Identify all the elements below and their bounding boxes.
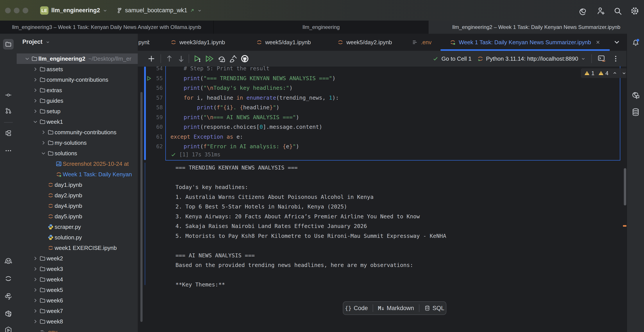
code-line-62[interactable]: 62 print(f"Error in AI analysis: {e}") (138, 142, 618, 152)
editor-scrollbar[interactable] (624, 168, 626, 205)
goto-cell-button[interactable]: Go to Cell 1 (432, 55, 472, 62)
tree-item-guides[interactable]: guides (17, 96, 138, 106)
chevron-right-icon[interactable] (32, 266, 39, 272)
window-zoom-button[interactable] (22, 8, 28, 13)
tree-item-week5[interactable]: week5 (17, 285, 138, 295)
inspections-widget[interactable]: 1 4 (581, 68, 630, 78)
search-everywhere-button[interactable] (613, 6, 622, 16)
tree-item-setup[interactable]: setup (17, 106, 138, 117)
editor-tab-week5-day1[interactable]: week5/day1.ipynb (244, 34, 323, 51)
editor-tab-partial-ipynb[interactable]: ipynb (138, 34, 150, 51)
editor-tab-env[interactable]: .env (406, 34, 437, 51)
tree-item-scraper-py[interactable]: scraper.py (17, 222, 138, 232)
tree-item-solutions[interactable]: solutions (17, 148, 138, 159)
jupyter-tool-button[interactable] (3, 273, 14, 284)
chevron-right-icon[interactable] (32, 318, 39, 325)
more-options-button[interactable] (612, 54, 620, 63)
code-line-58[interactable]: 58 print(f"{i}. {headline}") (138, 103, 618, 113)
ai-assistant-button[interactable] (578, 6, 588, 16)
chevron-right-icon[interactable] (32, 76, 39, 83)
code-line-54[interactable]: 54 # Step 5: Print the result (138, 64, 618, 74)
chevron-right-icon[interactable] (32, 308, 39, 314)
tree-item-community-contributions[interactable]: community-contributions (17, 74, 138, 85)
tree-item-week4[interactable]: week4 (17, 274, 138, 285)
tree-item-day1-ipynb[interactable]: day1.ipynb (17, 179, 138, 190)
window-minimize-button[interactable] (14, 8, 20, 13)
tree-item--env[interactable]: .env (17, 327, 138, 332)
github-button[interactable] (240, 54, 250, 63)
prev-warning-button[interactable] (612, 70, 618, 76)
project-tool-button[interactable] (3, 39, 14, 49)
python-packages-tool-button[interactable] (3, 309, 14, 319)
tree-item-my-solutions[interactable]: my-solutions (17, 138, 138, 148)
tree-item-solution-py[interactable]: solution.py (17, 232, 138, 243)
code-line-56[interactable]: 56 print("\nToday's key headlines:") (138, 83, 618, 93)
huggingface-tool-button[interactable] (3, 256, 14, 267)
chevron-right-icon[interactable] (32, 255, 39, 262)
tree-item-day2-ipynb[interactable]: day2.ipynb (17, 190, 138, 201)
tree-item-day5-ipynb[interactable]: day5.ipynb (17, 211, 138, 222)
structure-tool-button[interactable] (3, 128, 14, 138)
tree-item-day4-ipynb[interactable]: day4.ipynb (17, 201, 138, 211)
add-user-button[interactable] (596, 6, 606, 16)
chevron-right-icon[interactable] (32, 287, 39, 293)
ai-chat-tool-button[interactable] (630, 90, 641, 100)
pull-requests-tool-button[interactable] (3, 106, 14, 116)
project-switcher[interactable]: llm_engineering2 (51, 7, 108, 14)
python-console-tool-button[interactable] (3, 291, 14, 302)
chevron-down-icon[interactable] (24, 55, 31, 62)
jupyter-console-button[interactable] (597, 54, 606, 63)
services-tool-button[interactable] (3, 325, 14, 332)
add-markdown-cell-button[interactable]: M↓ Markdown (378, 305, 414, 312)
chevron-right-icon[interactable] (32, 97, 39, 104)
code-line-55[interactable]: 55 print("=== TRENDING KENYAN NEWS ANALY… (138, 74, 618, 83)
tree-item-week1[interactable]: week1 (17, 117, 138, 127)
database-tool-button[interactable] (630, 107, 641, 117)
hidden-tabs-button[interactable] (612, 37, 622, 47)
next-warning-button[interactable] (621, 70, 627, 76)
chevron-right-icon[interactable] (32, 87, 39, 94)
warning-badge-2[interactable]: 4 (598, 70, 608, 76)
move-cell-down-button[interactable] (176, 54, 186, 63)
tree-item-assets[interactable]: assets (17, 64, 138, 74)
commit-tool-button[interactable] (3, 90, 14, 100)
notifications-button[interactable] (630, 37, 641, 48)
chevron-right-icon[interactable] (32, 66, 39, 72)
tree-item-week-1-task-daily-kenyan[interactable]: Week 1 Task: Daily Kenyan (17, 169, 138, 179)
chevron-down-icon[interactable] (40, 150, 48, 157)
more-tools-button[interactable] (3, 146, 14, 156)
editor-tab-active-notebook[interactable]: Week 1 Task: Daily Kenyan News Summarize… (440, 34, 610, 51)
chevron-right-icon[interactable] (32, 297, 39, 304)
kernel-selector[interactable]: Python 3.11.14: http://localhost:8890 (477, 55, 586, 62)
run-line-gutter-button[interactable] (146, 75, 152, 82)
editor-tab-week5-day2[interactable]: week5/day2.ipynb (325, 34, 404, 51)
chevron-down-icon[interactable] (32, 119, 39, 125)
tree-item-week8[interactable]: week8 (17, 316, 138, 327)
add-sql-cell-button[interactable]: SQL (424, 305, 444, 312)
tree-item-community-contributions[interactable]: community-contributions (17, 127, 138, 138)
code-line-61[interactable]: 61except Exception as e: (138, 132, 618, 142)
code-cell-editor[interactable]: 54 # Step 5: Print the result55 print("=… (138, 64, 618, 152)
settings-button[interactable] (630, 6, 640, 16)
tree-item-week2[interactable]: week2 (17, 253, 138, 264)
window-tab-llm-engineering[interactable]: llm_engineering (214, 20, 428, 34)
code-line-57[interactable]: 57 for i, headline in enumerate(trending… (138, 93, 618, 103)
tree-item-extras[interactable]: extras (17, 85, 138, 96)
project-panel-header[interactable]: Project (22, 38, 50, 45)
window-tab-llm-engineering2-active[interactable]: llm_engineering2 – Week 1 Task: Daily Ke… (428, 20, 644, 34)
add-code-cell-button[interactable]: {} Code (345, 305, 368, 312)
tree-item-week3[interactable]: week3 (17, 264, 138, 274)
warning-badge-1[interactable]: 1 (584, 70, 594, 76)
window-close-button[interactable] (5, 8, 11, 13)
restart-kernel-button[interactable] (217, 54, 226, 63)
close-tab-button[interactable] (595, 39, 601, 45)
tree-item-week6[interactable]: week6 (17, 295, 138, 306)
add-cell-button[interactable] (146, 54, 156, 63)
run-all-button[interactable] (204, 54, 214, 63)
tree-item-screenshot-2025-10-24-at[interactable]: Screenshot 2025-10-24 at (17, 159, 138, 169)
window-tab-llm-engineering3[interactable]: llm_engineering3 – Week 1 Task: Kenyan D… (0, 20, 214, 34)
chevron-right-icon[interactable] (32, 108, 39, 115)
tree-item-week7[interactable]: week7 (17, 306, 138, 316)
move-cell-up-button[interactable] (164, 54, 174, 63)
chevron-right-icon[interactable] (40, 129, 48, 136)
